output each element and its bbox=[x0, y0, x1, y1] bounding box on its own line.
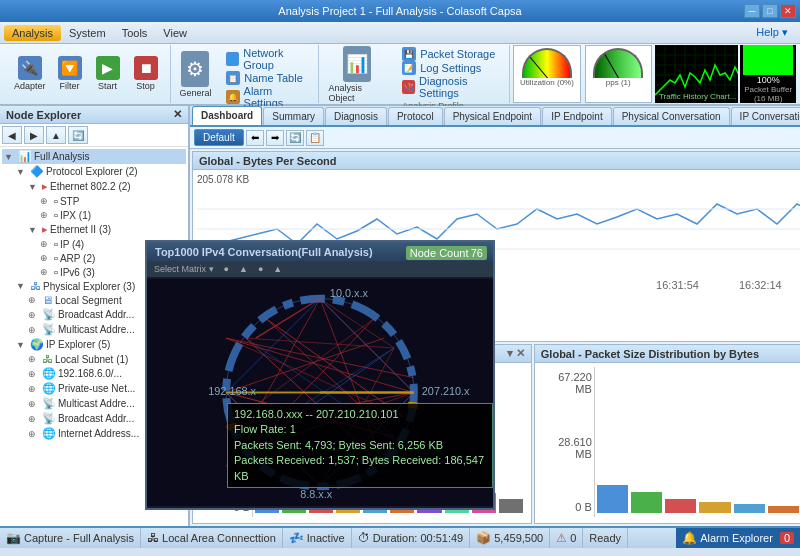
menu-tools[interactable]: Tools bbox=[114, 25, 156, 41]
tab-protocol[interactable]: Protocol bbox=[388, 107, 443, 125]
overlay-title: Top1000 IPv4 Conversation(Full Analysis) bbox=[155, 246, 373, 258]
svg-text:10.0.x.x: 10.0.x.x bbox=[330, 287, 369, 299]
general-icon: ⚙ bbox=[181, 51, 209, 87]
alert-icon: ⚠ bbox=[556, 531, 567, 545]
filter-icon: 🔽 bbox=[58, 56, 82, 80]
help-button[interactable]: Help ▾ bbox=[748, 24, 796, 41]
inactive-icon: 💤 bbox=[289, 531, 304, 545]
start-button[interactable]: ▶ Start bbox=[90, 54, 126, 93]
ov-btn-4[interactable]: ▲ bbox=[270, 263, 285, 275]
ne-refresh-btn[interactable]: 🔄 bbox=[68, 126, 88, 144]
tab-ip-endpoint[interactable]: IP Endpoint bbox=[542, 107, 612, 125]
status-duration: ⏱ Duration: 00:51:49 bbox=[352, 528, 471, 548]
ps-bar-2 bbox=[631, 492, 662, 513]
menu-system[interactable]: System bbox=[61, 25, 114, 41]
pps-needle bbox=[604, 54, 619, 78]
select-matrix-btn[interactable]: Select Matrix ▾ bbox=[151, 263, 217, 275]
minimize-button[interactable]: ─ bbox=[744, 4, 760, 18]
pps-label: pps (1) bbox=[606, 78, 631, 87]
name-table-icon: 📋 bbox=[226, 71, 240, 85]
menu-view[interactable]: View bbox=[155, 25, 195, 41]
packets-icon: 📦 bbox=[476, 531, 491, 545]
bps-chart-title: Global - Bytes Per Second bbox=[199, 155, 337, 167]
log-settings-icon: 📝 bbox=[402, 61, 416, 75]
status-alert-count: 0 bbox=[570, 532, 576, 544]
diagnosis-settings-icon: 🩺 bbox=[402, 80, 415, 94]
window-title: Analysis Project 1 - Full Analysis - Col… bbox=[278, 5, 521, 17]
tab-ip-conversation[interactable]: IP Conversation bbox=[731, 107, 800, 125]
sub-refresh-btn[interactable]: 🔄 bbox=[286, 130, 304, 146]
status-packets: 📦 5,459,500 bbox=[470, 528, 550, 548]
tab-diagnosis[interactable]: Diagnosis bbox=[325, 107, 387, 125]
ps-bar-5 bbox=[734, 504, 765, 513]
default-sub-tab[interactable]: Default bbox=[194, 129, 244, 146]
network-group-item[interactable]: 🌐 Network Group bbox=[226, 47, 311, 71]
node-explorer-close[interactable]: ✕ bbox=[173, 108, 182, 121]
overlay-toolbar: Select Matrix ▾ ● ▲ ● ▲ Node Count 76 bbox=[147, 261, 493, 277]
ps-bar-6 bbox=[768, 506, 799, 513]
bar-10 bbox=[499, 499, 523, 513]
log-settings-item[interactable]: 📝 Log Settings bbox=[402, 61, 503, 75]
top-ip-chart-close[interactable]: ▾ ✕ bbox=[507, 347, 525, 360]
stop-button[interactable]: ⏹ Stop bbox=[128, 54, 164, 93]
alarm-explorer-icon: 🔔 bbox=[682, 531, 697, 545]
name-table-item[interactable]: 📋 Name Table bbox=[226, 71, 311, 85]
close-button[interactable]: ✕ bbox=[780, 4, 796, 18]
maximize-button[interactable]: □ bbox=[762, 4, 778, 18]
filter-button[interactable]: 🔽 Filter bbox=[52, 54, 88, 93]
ne-forward-btn[interactable]: ▶ bbox=[24, 126, 44, 144]
node-explorer-toolbar: ◀ ▶ ▲ 🔄 bbox=[0, 124, 188, 147]
tree-stp[interactable]: ⊕ ▫ STP bbox=[38, 194, 186, 208]
menu-bar: Analysis System Tools View Help ▾ bbox=[0, 22, 800, 44]
network-profile-group: 🌐 Network Group 📋 Name Table 🔔 Alarm Set… bbox=[220, 45, 318, 103]
ov-btn-3[interactable]: ● bbox=[255, 263, 266, 275]
analysis-object-icon: 📊 bbox=[343, 46, 371, 82]
node-explorer-header: Node Explorer ✕ bbox=[0, 106, 188, 124]
diagnosis-settings-item[interactable]: 🩺 Diagnosis Settings bbox=[402, 75, 503, 99]
node-count-value: 76 bbox=[471, 247, 483, 259]
adapter-icon: 🔌 bbox=[18, 56, 42, 80]
tab-physical-conversation[interactable]: Physical Conversation bbox=[613, 107, 730, 125]
sub-back-btn[interactable]: ⬅ bbox=[246, 130, 264, 146]
sub-forward-btn[interactable]: ➡ bbox=[266, 130, 284, 146]
node-count-badge: Node Count 76 bbox=[406, 246, 487, 260]
tree-protocol-explorer[interactable]: ▼ 🔷 Protocol Explorer (2) bbox=[14, 164, 186, 179]
adapter-button[interactable]: 🔌 Adapter bbox=[10, 54, 50, 93]
sub-copy-btn[interactable]: 📋 bbox=[306, 130, 324, 146]
svg-text:8.8.x.x: 8.8.x.x bbox=[300, 488, 333, 500]
general-button[interactable]: ⚙ General bbox=[177, 49, 215, 100]
alarm-explorer-label: Alarm Explorer bbox=[700, 532, 773, 544]
node-explorer-title: Node Explorer bbox=[6, 109, 81, 121]
start-icon: ▶ bbox=[96, 56, 120, 80]
tab-dashboard[interactable]: Dashboard bbox=[192, 106, 262, 125]
tree-ethernet-8022[interactable]: ▼ ▸ Ethernet 802.2 (2) bbox=[26, 179, 186, 194]
tree-ethernet-ii[interactable]: ▼ ▸ Ethernet II (3) bbox=[26, 222, 186, 237]
traffic-history-widget[interactable]: Traffic History Chart... bbox=[655, 45, 739, 103]
packet-buffer-bar bbox=[743, 45, 793, 75]
sub-tab-bar: Default ⬅ ➡ 🔄 📋 bbox=[190, 127, 800, 149]
tab-summary[interactable]: Summary bbox=[263, 107, 324, 125]
analysis-object-button[interactable]: 📊 Analysis Object bbox=[325, 44, 391, 105]
packet-size-chart-header: Global - Packet Size Distribution by Byt… bbox=[535, 345, 800, 363]
utilization-gauge: Utilization (0%) bbox=[513, 45, 580, 103]
packet-buffer-percent: 100% bbox=[757, 75, 780, 85]
status-network-label: Local Area Connecttion bbox=[162, 532, 276, 544]
tab-physical-endpoint[interactable]: Physical Endpoint bbox=[444, 107, 542, 125]
menu-analysis[interactable]: Analysis bbox=[4, 25, 61, 41]
ov-btn-2[interactable]: ▲ bbox=[236, 263, 251, 275]
ne-back-btn[interactable]: ◀ bbox=[2, 126, 22, 144]
ov-btn-1[interactable]: ● bbox=[221, 263, 232, 275]
ne-up-btn[interactable]: ▲ bbox=[46, 126, 66, 144]
svg-text:192.168.x: 192.168.x bbox=[208, 385, 256, 397]
status-duration-label: Duration: 00:51:49 bbox=[373, 532, 464, 544]
packet-storage-item[interactable]: 💾 Packet Storage bbox=[402, 47, 503, 61]
alarm-explorer-panel[interactable]: 🔔 Alarm Explorer 0 bbox=[676, 528, 800, 548]
ps-bar-3 bbox=[665, 499, 696, 513]
network-group-icon: 🌐 bbox=[226, 52, 239, 66]
tree-full-analysis[interactable]: ▼ 📊 Full Analysis bbox=[2, 149, 186, 164]
traffic-label: Traffic History Chart... bbox=[659, 92, 736, 101]
capture-icon: 📷 bbox=[6, 531, 21, 545]
pps-gauge: pps (1) bbox=[585, 45, 652, 103]
tree-ipx[interactable]: ⊕ ▫ IPX (1) bbox=[38, 208, 186, 222]
utilization-needle bbox=[529, 56, 548, 78]
